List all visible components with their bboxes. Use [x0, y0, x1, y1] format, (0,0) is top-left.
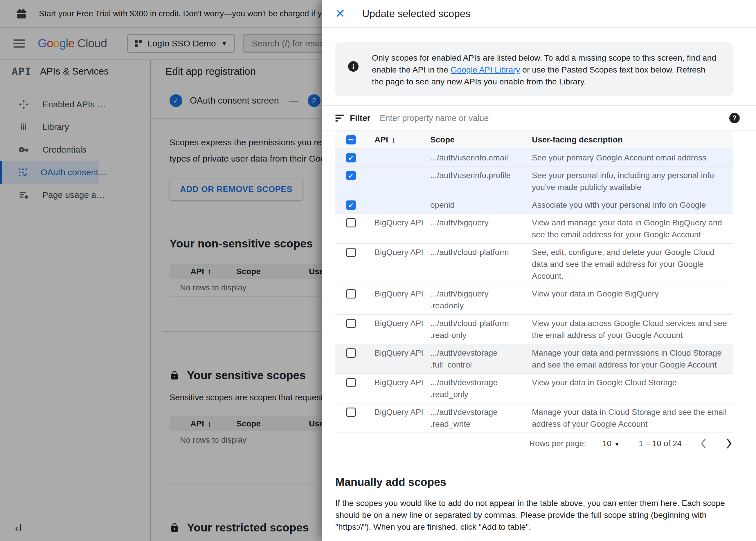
info-icon: i: [348, 61, 359, 72]
cell-api: BigQuery API: [375, 406, 430, 418]
manually-add-scopes-description: If the scopes you would like to add do n…: [335, 497, 733, 533]
row-checkbox[interactable]: [346, 407, 356, 417]
scope-row[interactable]: BigQuery API .../auth/devstorage .full_c…: [335, 344, 733, 374]
col-desc[interactable]: User-facing description: [532, 135, 733, 145]
cell-scope: .../auth/bigquery .readonly: [430, 288, 532, 311]
next-page-icon[interactable]: [725, 438, 733, 449]
col-scope[interactable]: Scope: [430, 135, 532, 145]
scopes-table-body: ✓ .../auth/userinfo.email See your prima…: [335, 149, 733, 433]
row-checkbox[interactable]: ✓: [346, 153, 356, 163]
cell-api: BigQuery API: [375, 217, 430, 229]
scope-row[interactable]: BigQuery API .../auth/bigquery .readonly…: [335, 285, 733, 315]
cell-description: Manage your data in Cloud Storage and se…: [532, 406, 733, 430]
chevron-down-icon: ▼: [614, 441, 620, 447]
cell-description: See your personal info, including any pe…: [532, 170, 733, 193]
col-api[interactable]: API↑: [375, 135, 430, 145]
cell-description: View your data in Google Cloud Storage: [532, 376, 733, 388]
cell-description: See your primary Google Account email ad…: [532, 152, 733, 164]
cell-scope: .../auth/userinfo.profile: [430, 170, 532, 181]
cell-description: Manage your data and permissions in Clou…: [532, 347, 733, 371]
cell-scope: .../auth/devstorage .read_only: [430, 376, 532, 400]
scope-row[interactable]: ✓ .../auth/userinfo.profile See your per…: [335, 167, 733, 197]
row-checkbox[interactable]: [346, 378, 356, 387]
rows-per-page-label: Rows per page:: [529, 439, 586, 448]
row-checkbox[interactable]: [346, 248, 356, 257]
cell-description: Associate you with your personal info on…: [532, 199, 733, 211]
scope-row[interactable]: BigQuery API .../auth/devstorage .read_o…: [335, 374, 733, 403]
panel-title: Update selected scopes: [362, 8, 471, 19]
filter-label: Filter: [350, 113, 370, 123]
row-checkbox[interactable]: [346, 319, 356, 328]
scope-row[interactable]: BigQuery API .../auth/bigquery View and …: [335, 214, 733, 244]
sort-asc-icon: ↑: [392, 135, 396, 144]
help-icon[interactable]: ?: [729, 113, 740, 123]
scope-row[interactable]: BigQuery API .../auth/cloud-platform .re…: [335, 315, 733, 344]
cell-scope: openid: [430, 199, 532, 211]
cell-scope: .../auth/cloud-platform .read-only: [430, 317, 532, 341]
row-checkbox[interactable]: ✓: [346, 171, 356, 180]
close-icon[interactable]: ✕: [335, 8, 345, 20]
google-api-library-link[interactable]: Google API Library: [451, 65, 520, 74]
scope-row[interactable]: ✓ .../auth/userinfo.email See your prima…: [335, 149, 733, 167]
cell-api: BigQuery API: [375, 288, 430, 300]
row-checkbox[interactable]: [346, 289, 356, 298]
cell-scope: .../auth/bigquery: [430, 217, 532, 229]
cell-description: View your data in Google BigQuery: [532, 288, 733, 300]
cell-api: BigQuery API: [375, 347, 430, 359]
info-text: Only scopes for enabled APIs are listed …: [372, 52, 717, 88]
scope-row[interactable]: ✓ openid Associate you with your persona…: [335, 197, 733, 214]
filter-input[interactable]: [380, 113, 729, 123]
manually-add-scopes-title: Manually add scopes: [335, 476, 733, 488]
row-checkbox[interactable]: [346, 348, 356, 358]
scope-row[interactable]: BigQuery API .../auth/devstorage .read_w…: [335, 403, 733, 433]
panel-header: ✕ Update selected scopes: [322, 0, 756, 28]
scope-row[interactable]: BigQuery API .../auth/cloud-platform See…: [335, 244, 733, 285]
cell-scope: .../auth/cloud-platform: [430, 246, 532, 258]
cell-description: See, edit, configure, and delete your Go…: [532, 246, 733, 282]
cell-api: BigQuery API: [375, 376, 430, 388]
scopes-table-header: API↑ Scope User-facing description: [335, 131, 733, 149]
cell-api: BigQuery API: [375, 317, 430, 329]
cell-scope: .../auth/devstorage .read_write: [430, 406, 532, 430]
cell-description: View and manage your data in Google BigQ…: [532, 217, 733, 241]
cell-scope: .../auth/userinfo.email: [430, 152, 532, 164]
row-checkbox[interactable]: [346, 218, 356, 228]
pagination-range: 1 – 10 of 24: [639, 439, 682, 448]
pagination: Rows per page: 10▼ 1 – 10 of 24: [335, 433, 733, 454]
filter-bar: Filter ?: [322, 105, 756, 131]
filter-icon: [335, 115, 344, 122]
prev-page-icon[interactable]: [700, 438, 707, 449]
update-scopes-panel: ✕ Update selected scopes i Only scopes f…: [322, 0, 756, 541]
cell-description: View your data across Google Cloud servi…: [532, 317, 733, 341]
info-banner: i Only scopes for enabled APIs are liste…: [335, 42, 733, 96]
cell-scope: .../auth/devstorage .full_control: [430, 347, 532, 371]
select-all-checkbox[interactable]: [346, 135, 356, 145]
cell-api: BigQuery API: [375, 246, 430, 258]
rows-per-page-select[interactable]: 10▼: [602, 439, 620, 448]
row-checkbox[interactable]: ✓: [346, 201, 356, 210]
